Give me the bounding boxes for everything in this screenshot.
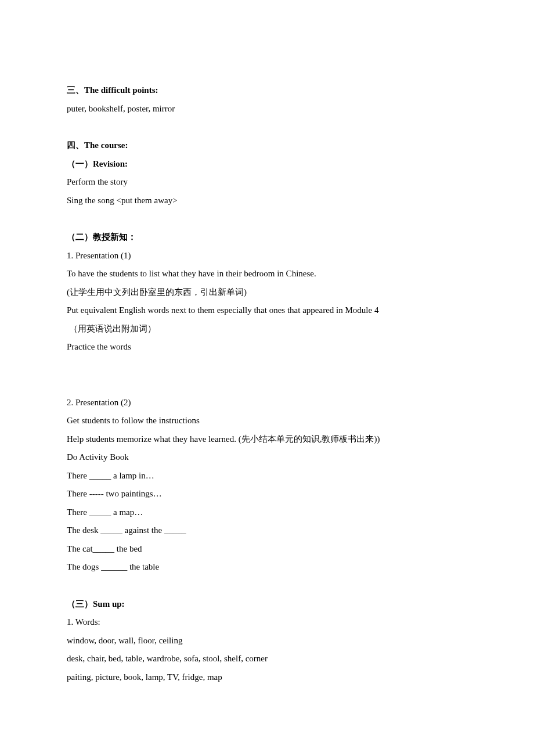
- text-line: Get students to follow the instructions: [67, 412, 467, 430]
- text-line: （用英语说出附加词）: [67, 320, 467, 339]
- text-line: The dogs ______ the table: [67, 558, 467, 577]
- text-line: 1. Words:: [67, 613, 467, 632]
- subsection-heading-sumup: （三）Sum up:: [67, 595, 467, 614]
- text-line: There _____ a map…: [67, 503, 467, 522]
- spacer: [67, 357, 467, 375]
- document-page: 三、The difficult points: puter, bookshelf…: [0, 0, 534, 744]
- text-line: Help students memorize what they have le…: [67, 430, 467, 449]
- spacer: [67, 210, 467, 228]
- text-line: To have the students to list what they h…: [67, 265, 467, 283]
- text-line: Put equivalent English words next to the…: [67, 301, 467, 320]
- text-line: 1. Presentation (1): [67, 247, 467, 265]
- text-line: Practice the words: [67, 338, 467, 357]
- text-line: The cat_____ the bed: [67, 540, 467, 559]
- subsection-heading-teaching: （二）教授新知：: [67, 228, 467, 247]
- text-line: The desk _____ against the _____: [67, 521, 467, 540]
- text-line: puter, bookshelf, poster, mirror: [67, 100, 467, 118]
- text-line: Do Activity Book: [67, 448, 467, 467]
- spacer: [67, 375, 467, 394]
- section-heading-difficult-points: 三、The difficult points:: [67, 81, 467, 100]
- text-line: paiting, picture, book, lamp, TV, fridge…: [67, 668, 467, 687]
- text-line: Perform the story: [67, 173, 467, 192]
- subsection-heading-revision: （一）Revision:: [67, 155, 467, 174]
- text-line: There ----- two paintings…: [67, 485, 467, 503]
- text-line: 2. Presentation (2): [67, 394, 467, 412]
- text-line: window, door, wall, floor, ceiling: [67, 632, 467, 650]
- text-line: desk, chair, bed, table, wardrobe, sofa,…: [67, 650, 467, 668]
- spacer: [67, 118, 467, 136]
- text-line: There _____ a lamp in…: [67, 467, 467, 485]
- text-line: Sing the song <put them away>: [67, 192, 467, 210]
- spacer: [67, 577, 467, 595]
- section-heading-course: 四、The course:: [67, 136, 467, 155]
- text-line: (让学生用中文列出卧室里的东西，引出新单词): [67, 283, 467, 302]
